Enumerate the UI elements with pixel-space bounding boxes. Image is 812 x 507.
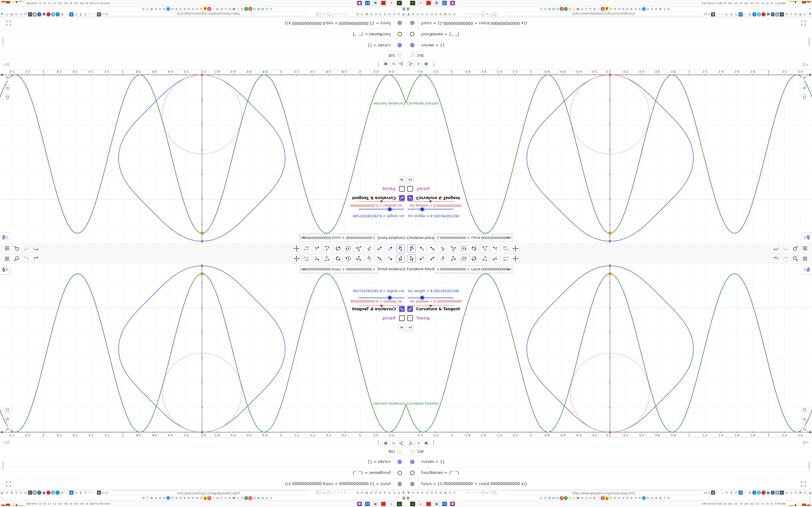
bookmark-pinwheel[interactable]: ❃ [183, 496, 187, 500]
tool-point[interactable]: A [418, 255, 426, 263]
tool-angle[interactable] [480, 255, 489, 263]
bookmark-g-blue[interactable]: G [253, 496, 256, 500]
tool-conic-through-points[interactable] [334, 255, 343, 263]
colored-pencil-icon[interactable]: ✐ [734, 491, 738, 495]
scrollbar[interactable] [809, 461, 810, 469]
curvature-tangent-checkbox[interactable] [407, 306, 413, 312]
tool-line-through-two-points[interactable] [375, 255, 384, 263]
tree-view-button[interactable] [398, 440, 404, 446]
wrench-icon[interactable]: ⚙ [439, 491, 443, 495]
bookmark-pinwheel[interactable]: ❃ [625, 7, 629, 11]
folder-icon[interactable] [327, 13, 330, 15]
bookmark-chat-blue[interactable]: □ [166, 496, 170, 500]
bookmark-info[interactable]: ⓘ [211, 7, 215, 11]
globe-icon[interactable]: ⊕ [392, 12, 396, 16]
red-circle-extension-icon[interactable] [761, 491, 766, 495]
gauge-icon[interactable]: ◔ [378, 12, 383, 16]
globe-icon[interactable]: ⊕ [355, 12, 360, 16]
play-step-button[interactable] [399, 324, 405, 331]
bookmark-g-red4[interactable]: G [158, 496, 162, 500]
reload-icon[interactable]: ↻ [725, 12, 729, 16]
arc-length-slider-knob[interactable] [388, 296, 392, 299]
bookmark-g[interactable]: G [269, 7, 273, 11]
bookmark-g-red3[interactable]: G [609, 7, 613, 11]
tool-perpendicular-line[interactable] [365, 255, 373, 263]
arc-length-slider[interactable] [408, 296, 454, 299]
ublock-icon[interactable]: U [28, 491, 32, 495]
globe-icon[interactable]: ⊕ [392, 491, 396, 495]
translator-icon[interactable]: A [69, 12, 73, 16]
bookmark-g-red4[interactable]: G [650, 7, 654, 11]
home-button[interactable] [4, 406, 11, 412]
arc-length-slider-knob[interactable] [388, 208, 392, 211]
tab-dot-icon[interactable]: ⊙ [472, 491, 475, 495]
visibility-toggle-funcs[interactable] [410, 21, 414, 25]
curvature-tangent-checkbox[interactable] [399, 195, 405, 201]
tool-move-graphics-view[interactable] [511, 244, 520, 252]
plus-extension-icon[interactable]: + [752, 12, 756, 16]
globe-icon[interactable]: ⊕ [374, 12, 378, 16]
chevron-up-icon[interactable]: ∧ [1, 7, 3, 11]
globe-icon[interactable]: ⊕ [416, 491, 420, 495]
bookmark-g-blue[interactable]: G [556, 496, 559, 500]
visibility-toggle-curves[interactable] [398, 460, 402, 464]
gear-icon[interactable]: ⚙ [60, 491, 64, 495]
bookmark-g-red2[interactable]: G [220, 496, 223, 500]
algebra-view-menu-icon[interactable] [3, 440, 10, 446]
bookmark-g-red2[interactable]: G [589, 496, 592, 500]
zoom-search-icon[interactable] [13, 256, 20, 263]
bookmark-g-red[interactable]: G [240, 496, 244, 500]
home-button[interactable] [801, 406, 808, 412]
bookmark-g-blue2[interactable]: G [224, 7, 227, 11]
bookmark-g[interactable]: G [539, 7, 543, 11]
zoom-out-button[interactable] [4, 74, 10, 80]
curvature-function-dropdown[interactable]: 1.000000000000 + cos(4.000000000000 x) [300, 265, 378, 273]
fullscreen-icon[interactable] [6, 19, 11, 25]
bookmark-gear[interactable]: ⚙ [658, 7, 662, 11]
bookmark-sphere[interactable]: ❂ [547, 7, 551, 11]
bookmark-g-orange[interactable]: G [572, 7, 576, 11]
gauge-icon[interactable]: ◔ [425, 12, 429, 16]
tool-slider[interactable]: a=2 [303, 255, 311, 263]
undo-icon[interactable] [773, 256, 779, 263]
app-settings-red[interactable]: ✳ [380, 0, 387, 6]
red-circle-extension-icon[interactable] [46, 491, 51, 495]
bookmark-pinwheel[interactable]: ❃ [170, 7, 174, 11]
bookmark-wikipedia[interactable]: W [576, 496, 580, 500]
zoom-in-button[interactable] [802, 416, 808, 422]
globe-icon[interactable]: ⊕ [416, 12, 420, 16]
settings-button[interactable] [423, 61, 429, 67]
more-options-icon[interactable] [378, 62, 379, 67]
bookmark-g-blue2[interactable]: G [585, 7, 588, 11]
zoom-search-icon[interactable] [792, 244, 799, 251]
zoom-out-button[interactable] [4, 427, 10, 433]
url-bar[interactable]: https://www.geogebra.org/classic/aagcxh3… [505, 491, 703, 495]
settings-gear-icon[interactable]: ⚙ [803, 12, 807, 16]
curvature-tangent-checkbox[interactable] [407, 195, 413, 201]
globe-icon[interactable]: ⊕ [374, 491, 378, 495]
globe-icon[interactable]: ⊕ [420, 491, 424, 495]
zoom-in-button[interactable] [4, 416, 10, 422]
funnel-extension-icon[interactable]: Y [406, 491, 411, 495]
target-icon[interactable]: ◎ [23, 491, 28, 495]
colored-globe-icon[interactable]: ✦ [37, 491, 41, 495]
visibility-toggle-funcnames[interactable] [398, 471, 402, 475]
tab-dot-icon[interactable]: ⊙ [337, 491, 340, 495]
bookmark-pinwheel[interactable]: ❃ [195, 7, 199, 11]
play-step-button[interactable] [407, 324, 413, 331]
chevron-up-icon[interactable]: ∧ [809, 7, 811, 11]
green-extension-icon[interactable]: ◉ [411, 12, 415, 16]
visibility-toggle-funcs[interactable] [398, 21, 402, 25]
tool-circle-with-center[interactable] [344, 244, 353, 252]
bookmark-star-icon[interactable]: ☆ [716, 491, 720, 495]
menu-icon[interactable] [4, 256, 10, 263]
graphics-view[interactable]: -2.4-2.2-2-1.8-1.6-1.4-1.2-1-0.8-0.6-0.4… [406, 70, 812, 243]
target-icon[interactable]: ◎ [784, 491, 789, 495]
bookmark-yandex2[interactable]: Я [601, 496, 605, 500]
algebra-row-funcs[interactable]: funcs = {1.000000000000 + cos(4.00000000… [406, 478, 812, 489]
flower-extension-icon[interactable]: ✿ [14, 491, 18, 495]
bookmark-g-blue2[interactable]: G [224, 496, 227, 500]
bookmark-pinwheel[interactable]: ❃ [617, 496, 621, 500]
fx-button[interactable]: fx [415, 61, 422, 67]
download-icon[interactable]: ↧ [79, 12, 83, 16]
